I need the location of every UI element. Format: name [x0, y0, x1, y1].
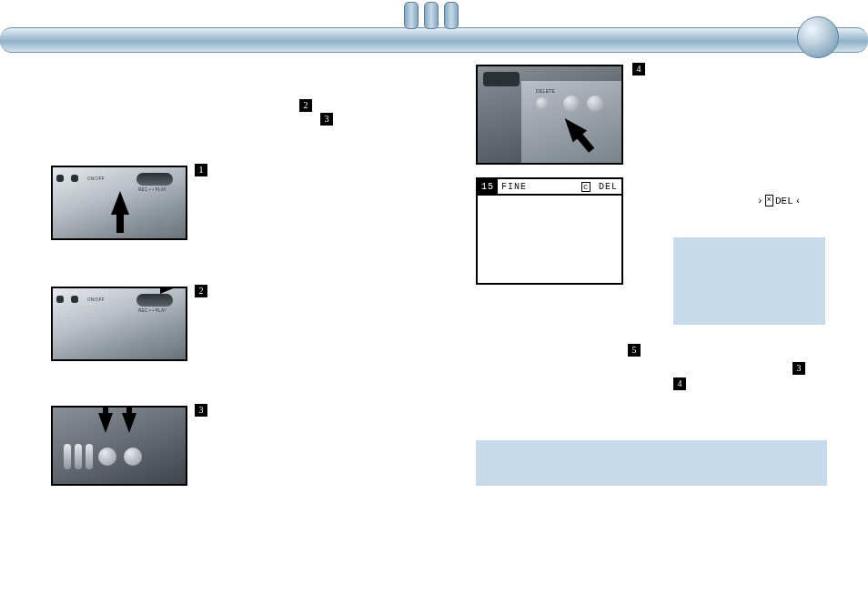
step-badge-2: 2: [195, 285, 207, 297]
inline-badge: 4: [673, 377, 686, 390]
camera-plate: [483, 72, 520, 86]
camera-button: [98, 448, 116, 466]
inline-badge: 5: [628, 344, 641, 357]
label-recplay: REC • • PLAY: [138, 308, 167, 313]
top-tab: [404, 2, 419, 29]
label-onoff: ON/OFF: [87, 297, 105, 302]
mode-dial: [136, 173, 173, 186]
inline-badge: 2: [299, 99, 312, 112]
mode-dial: [136, 294, 173, 307]
blink-mark-icon: ‹: [795, 197, 802, 205]
arrow-right-icon: [160, 287, 182, 294]
lcd-del-indicator: C DEL: [581, 182, 618, 192]
del-blink-label: › × DEL ‹: [757, 195, 801, 206]
camera-button: [124, 448, 142, 466]
label-onoff: ON/OFF: [87, 176, 105, 181]
inline-badge: 3: [320, 113, 333, 126]
lcd-top-row: 15 FINE C DEL: [478, 179, 621, 196]
callout-box-bottom: [476, 440, 827, 486]
figure-2: ON/OFF REC • • PLAY: [51, 287, 187, 361]
blink-mark-icon: ›: [757, 197, 763, 205]
del-box-icon: ×: [765, 195, 773, 206]
lcd-quality: FINE: [501, 182, 527, 192]
lcd-frame-number: 15: [478, 179, 498, 194]
figure-1: ON/OFF REC • • PLAY: [51, 166, 187, 240]
top-tab: [444, 2, 459, 29]
camera-detail: [71, 296, 78, 303]
figure-3: [51, 406, 187, 486]
delete-button: [536, 97, 549, 110]
figure-4: DELETE: [476, 65, 623, 165]
top-decorative-bar: [0, 27, 868, 53]
label-delete: DELETE: [536, 88, 555, 94]
top-knob: [797, 16, 839, 58]
inline-badge: 3: [792, 362, 805, 375]
arrow-up-icon: [111, 191, 129, 215]
nav-button: [563, 96, 580, 112]
camera-detail: [71, 175, 78, 182]
step-badge-3: 3: [195, 404, 207, 417]
camera-rib: [64, 444, 71, 469]
lcd-del-text: DEL: [599, 182, 618, 192]
label-recplay: REC • • PLAY: [138, 187, 167, 192]
top-tab: [424, 2, 439, 29]
callout-box-right: [673, 237, 825, 325]
camera-body: [53, 408, 186, 484]
camera-detail: [56, 175, 64, 182]
lcd-panel: 15 FINE C DEL: [476, 177, 623, 285]
nav-button: [587, 96, 603, 112]
camera-detail: [56, 296, 64, 303]
camera-rib: [75, 444, 82, 469]
step-badge-4: 4: [632, 63, 645, 75]
del-text: DEL: [775, 196, 793, 206]
lcd-c-icon: C: [581, 182, 590, 192]
camera-rib: [86, 444, 93, 469]
page: ON/OFF REC • • PLAY 1 ON/OFF REC • • PLA…: [0, 0, 868, 614]
step-badge-1: 1: [195, 164, 207, 176]
